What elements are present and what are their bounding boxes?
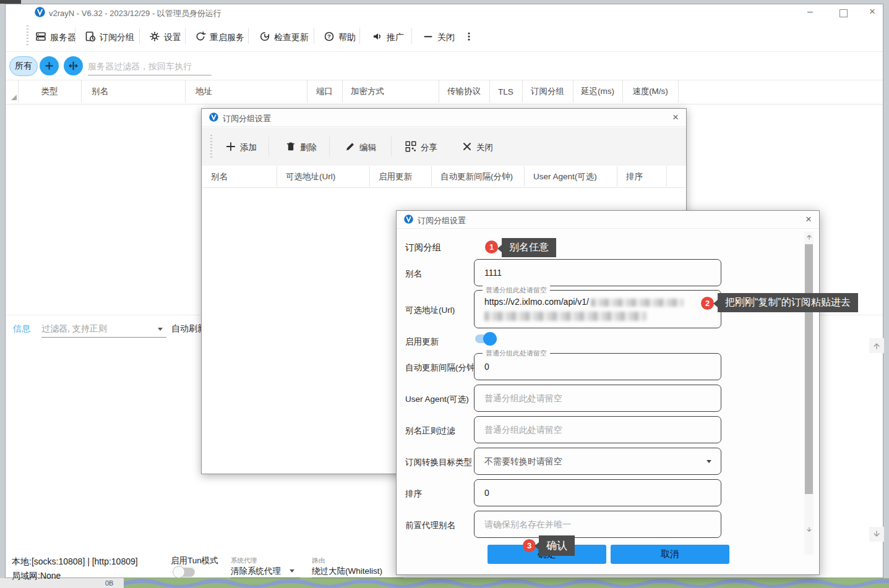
select-all-corner[interactable] [11,95,17,100]
app-logo-icon [35,7,45,17]
step-number: 3 [527,541,531,550]
step-number: 1 [489,242,494,252]
alias-regex-input[interactable] [474,416,721,443]
url-input[interactable]: 普通分组此处请留空 https://v2.ixlmo.com/api/v1/ [474,290,721,328]
status-local-ports: 本地:[socks:10808] | [http:10809] [12,556,138,568]
interval-label: 自动更新间隔(分钟) [405,362,478,373]
group-column-interval[interactable]: 自动更新间隔(分钟) [431,166,524,187]
toolbar-item-subscription-group[interactable]: 订阅分组 [100,32,134,43]
scroll-down-button[interactable] [869,527,884,542]
column-header-subscription[interactable]: 订阅分组 [522,80,573,103]
column-header-alias[interactable]: 别名 [81,80,185,103]
group-delete-button[interactable]: 删除 [300,142,317,153]
tun-mode-label: 启用Tun模式 [171,555,218,566]
tooltip-step-2: 把刚刚“复制”的订阅粘贴进去 [718,293,858,312]
chevron-down-icon [706,460,711,463]
dialog-title-bar[interactable]: 订阅分组设置 × [397,211,819,229]
filter-underline [88,75,212,75]
group-column-url[interactable]: 可选地址(Url) [277,166,369,187]
group-column-alias[interactable]: 别名 [202,166,277,187]
toolbar-gripper[interactable] [27,25,28,46]
toolbar-item-help[interactable]: 帮助 [338,32,356,43]
redacted-url-part [484,312,646,321]
sliders-icon [68,61,79,71]
toolbar-item-check-update[interactable]: 检查更新 [274,32,309,43]
group-close-button[interactable]: 关闭 [476,142,493,153]
dialog-title: 订阅分组设置 [223,113,271,124]
cancel-button[interactable]: 取消 [611,545,729,564]
tooltip-step-3: 确认 [539,535,575,556]
tab-all-servers[interactable]: 所有 [9,56,38,76]
group-column-user-agent[interactable]: User Agent(可选) [524,166,617,187]
close-icon[interactable]: × [672,111,679,124]
tooltip-step-1: 别名任意 [502,238,556,257]
subscription-group-edit-dialog: 订阅分组设置 × 订阅分组 别名 可选地址(Url) 普通分组此处请留空 htt… [396,210,820,575]
group-column-enable-update[interactable]: 启用更新 [369,166,431,187]
toolbar-item-restart-service[interactable]: 重启服务 [210,32,244,43]
group-column-sort[interactable]: 排序 [617,166,666,187]
tab-info[interactable]: 信息 [13,323,30,334]
column-width-button[interactable] [64,56,83,75]
tooltip-text: 别名任意 [509,242,549,252]
group-share-button[interactable]: 分享 [421,142,437,153]
scroll-down-arrow-icon[interactable] [805,526,813,534]
toolbar-item-close-window[interactable]: 关闭 [437,32,455,43]
scroll-up-button[interactable] [869,338,884,353]
chevron-down-icon[interactable] [290,569,294,573]
server-filter-input[interactable]: 服务器过滤器，按回车执行 [88,61,192,72]
system-proxy-select[interactable]: 清除系统代理 [231,566,281,577]
toolbar-item-promotion[interactable]: 推广 [387,32,404,43]
maximize-button[interactable] [840,9,848,17]
plus-icon [44,61,54,71]
group-add-button[interactable]: 添加 [240,142,257,153]
user-agent-input[interactable] [474,385,721,412]
url-value: https://v2.ixlmo.com/api/v1/ [484,297,589,307]
route-label: 路由 [312,556,325,565]
gear-icon [149,31,160,42]
dialog-title-bar[interactable]: 订阅分组设置 × [202,109,686,127]
sort-input[interactable] [474,479,721,506]
add-group-button[interactable] [40,56,59,75]
log-filter-input[interactable]: 过滤器, 支持正则 [41,323,107,334]
close-icon[interactable]: × [805,213,812,226]
step-badge-3: 3 [523,539,536,552]
title-bar[interactable]: v2rayN - V6.32 - 2023/12/29 - 以管理员身份运行 –… [6,4,883,20]
restart-icon [195,31,206,42]
scrollbar-thumb[interactable] [805,244,813,494]
alias-input[interactable] [474,259,721,286]
scroll-up-arrow-icon[interactable] [805,233,813,241]
screen: v2rayN - V6.32 - 2023/12/29 - 以管理员身份运行 –… [0,0,889,588]
prev-proxy-input[interactable] [474,511,721,538]
enable-update-toggle[interactable] [475,334,496,343]
convert-target-select[interactable]: 不需要转换时请留空 [474,448,721,475]
toolbar-separator [391,137,392,156]
group-edit-button[interactable]: 编辑 [359,142,376,153]
column-header-type[interactable]: 类型 [18,80,81,103]
system-proxy-underline [231,577,300,578]
minimize-button[interactable]: – [807,6,813,17]
section-label: 订阅分组 [405,242,441,254]
subscription-icon [85,31,96,42]
column-header-port[interactable]: 端口 [307,80,342,103]
chevron-down-icon[interactable] [158,328,163,331]
enable-update-label: 启用更新 [405,336,439,347]
cancel-button-label: 取消 [661,548,679,560]
column-header-address[interactable]: 地址 [185,80,307,103]
kebab-menu-icon[interactable] [463,31,475,42]
column-header-transport[interactable]: 传输协议 [439,80,489,103]
toolbar-separator [75,28,75,44]
column-header-encryption[interactable]: 加密方式 [342,80,439,103]
interval-input[interactable] [475,354,721,380]
close-button[interactable]: × [869,6,875,18]
tun-mode-toggle[interactable] [174,568,195,577]
alias-label: 别名 [405,268,422,279]
column-header-delay[interactable]: 延迟(ms) [573,80,622,103]
toolbar-item-settings[interactable]: 设置 [164,32,181,43]
column-header-speed[interactable]: 速度(M/s) [622,80,678,103]
app-logo-icon [404,215,413,224]
route-select[interactable]: 绕过大陆(Whitelist) [312,566,382,577]
toolbar-gripper[interactable] [210,135,212,158]
toolbar-item-servers[interactable]: 服务器 [50,32,76,43]
column-header-tls[interactable]: TLS [489,80,522,103]
redacted-url-part [591,299,684,307]
